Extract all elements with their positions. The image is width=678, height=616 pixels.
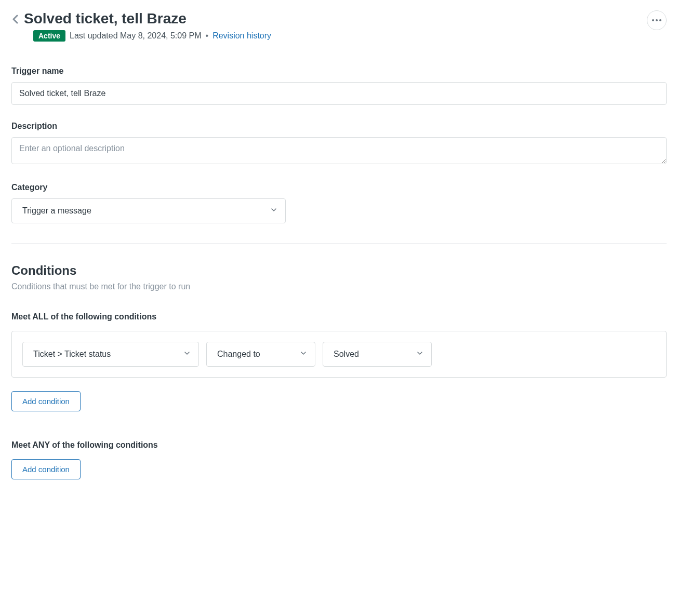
- meta-separator: •: [206, 31, 209, 41]
- form-section: Trigger name Description Category Trigge…: [11, 66, 667, 479]
- description-field: Description: [11, 122, 667, 166]
- trigger-name-input[interactable]: [11, 82, 667, 105]
- page-title: Solved ticket, tell Braze: [24, 10, 187, 27]
- category-select-value: Trigger a message: [11, 198, 286, 223]
- trigger-name-label: Trigger name: [11, 66, 667, 76]
- conditions-any-group: Meet ANY of the following conditions Add…: [11, 440, 667, 479]
- condition-row: Ticket > Ticket status Changed to Solved: [11, 331, 667, 378]
- add-any-condition-button[interactable]: Add condition: [11, 459, 81, 479]
- back-chevron-icon[interactable]: [11, 15, 20, 26]
- condition-operator-value: Changed to: [206, 342, 315, 367]
- condition-operator-select[interactable]: Changed to: [206, 342, 315, 367]
- category-label: Category: [11, 183, 667, 192]
- description-input[interactable]: [11, 137, 667, 164]
- dots-icon: [659, 19, 661, 21]
- title-block: Solved ticket, tell Braze: [24, 10, 187, 27]
- revision-history-link[interactable]: Revision history: [212, 31, 271, 41]
- condition-value-value: Solved: [323, 342, 432, 367]
- all-conditions-heading: Meet ALL of the following conditions: [11, 312, 667, 322]
- section-divider: [11, 243, 667, 244]
- conditions-all-group: Meet ALL of the following conditions Tic…: [11, 312, 667, 411]
- page-header: Solved ticket, tell Braze: [11, 10, 667, 30]
- more-actions-button[interactable]: [647, 10, 667, 30]
- add-all-condition-button[interactable]: Add condition: [11, 391, 81, 411]
- status-badge: Active: [33, 30, 65, 42]
- condition-value-select[interactable]: Solved: [323, 342, 432, 367]
- dots-icon: [652, 19, 654, 21]
- any-conditions-heading: Meet ANY of the following conditions: [11, 440, 667, 450]
- category-select[interactable]: Trigger a message: [11, 198, 286, 223]
- header-left: Solved ticket, tell Braze: [11, 10, 187, 27]
- conditions-title: Conditions: [11, 263, 667, 278]
- last-updated-text: Last updated May 8, 2024, 5:09 PM: [70, 31, 202, 41]
- conditions-subtitle: Conditions that must be met for the trig…: [11, 282, 667, 291]
- dots-icon: [656, 19, 658, 21]
- category-field: Category Trigger a message: [11, 183, 667, 223]
- trigger-name-field: Trigger name: [11, 66, 667, 105]
- header-meta: Active Last updated May 8, 2024, 5:09 PM…: [33, 30, 667, 42]
- condition-field-value: Ticket > Ticket status: [22, 342, 199, 367]
- condition-field-select[interactable]: Ticket > Ticket status: [22, 342, 199, 367]
- description-label: Description: [11, 122, 667, 131]
